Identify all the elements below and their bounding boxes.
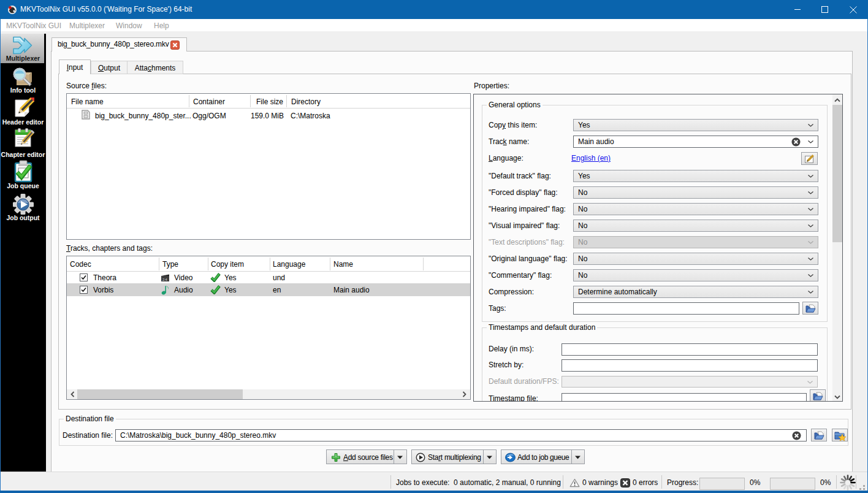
svg-text:2:4: 2:4: [162, 278, 167, 281]
